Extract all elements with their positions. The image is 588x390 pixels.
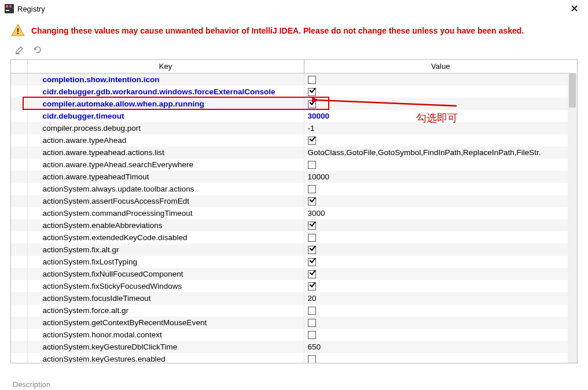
value-cell[interactable] xyxy=(304,317,577,329)
value-cell[interactable] xyxy=(304,219,577,231)
table-row[interactable]: actionSystem.always.update.toolbar.actio… xyxy=(11,183,577,195)
checkbox[interactable] xyxy=(308,355,316,363)
checkbox[interactable] xyxy=(308,234,316,242)
key-cell[interactable]: actionSystem.fixStickyFocusedWindows xyxy=(27,280,304,292)
value-cell[interactable]: 10000 xyxy=(304,171,577,183)
table-row[interactable]: cidr.debugger.timeout30000 xyxy=(11,110,577,122)
warning-banner: Changing these values may cause unwanted… xyxy=(0,17,588,43)
key-cell[interactable]: cidr.debugger.gdb.workaround.windows.for… xyxy=(27,86,304,98)
scrollbar-thumb[interactable] xyxy=(569,73,576,108)
checkbox[interactable] xyxy=(308,137,316,145)
key-cell[interactable]: cidr.debugger.timeout xyxy=(27,110,304,122)
value-cell[interactable]: 3000 xyxy=(304,207,577,219)
value-cell[interactable] xyxy=(304,86,577,98)
col-key[interactable]: Key xyxy=(27,60,304,73)
value-cell[interactable]: GotoClass,GotoFile,GotoSymbol,FindInPath… xyxy=(304,146,577,159)
table-row[interactable]: actionSystem.extendedKeyCode.disabled xyxy=(11,231,577,244)
edit-button[interactable] xyxy=(14,44,25,56)
row-gutter xyxy=(11,280,27,292)
key-cell[interactable]: action.aware.typeAhead.searchEverywhere xyxy=(27,159,304,171)
table-row[interactable]: compiler.process.debug.port-1 xyxy=(11,122,577,134)
checkbox[interactable] xyxy=(308,270,316,278)
key-cell[interactable]: actionSystem.keyGestures.enabled xyxy=(27,353,304,364)
key-cell[interactable]: completion.show.intention.icon xyxy=(27,73,304,86)
key-cell[interactable]: actionSystem.fixLostTyping xyxy=(27,256,304,268)
app-icon xyxy=(5,4,14,13)
table-row[interactable]: actionSystem.fix.alt.gr xyxy=(11,244,577,256)
value-cell[interactable] xyxy=(304,183,577,195)
checkbox[interactable] xyxy=(308,100,316,108)
close-button[interactable]: ✕ xyxy=(565,3,583,14)
value-cell[interactable] xyxy=(304,329,577,341)
scrollbar[interactable] xyxy=(568,73,577,363)
key-cell[interactable]: actionSystem.force.alt.gr xyxy=(27,304,304,317)
table-row[interactable]: actionSystem.fixLostTyping xyxy=(11,256,577,268)
table-row[interactable]: actionSystem.enableAbbreviations xyxy=(11,219,577,231)
checkbox[interactable] xyxy=(308,307,316,315)
table-row[interactable]: actionSystem.commandProcessingTimeout300… xyxy=(11,207,577,219)
checkbox[interactable] xyxy=(308,197,316,205)
table-row[interactable]: action.aware.typeAhead.searchEverywhere xyxy=(11,159,577,171)
checkbox[interactable] xyxy=(308,331,316,339)
table-row[interactable]: completion.show.intention.icon xyxy=(11,73,577,86)
checkbox[interactable] xyxy=(308,282,316,290)
col-value[interactable]: Value xyxy=(304,60,577,73)
table-row[interactable]: cidr.debugger.gdb.workaround.windows.for… xyxy=(11,86,577,98)
checkbox[interactable] xyxy=(308,161,316,169)
checkbox[interactable] xyxy=(308,319,316,327)
table-row[interactable]: actionSystem.getContextByRecentMouseEven… xyxy=(11,317,577,329)
key-cell[interactable]: action.aware.typeahead.actions.list xyxy=(27,146,304,159)
value-cell[interactable]: 650 xyxy=(304,341,577,353)
table-row[interactable]: actionSystem.focusIdleTimeout20 xyxy=(11,292,577,304)
table-row[interactable]: action.aware.typeaheadTimout10000 xyxy=(11,171,577,183)
key-cell[interactable]: compiler.process.debug.port xyxy=(27,122,304,134)
value-cell[interactable] xyxy=(304,73,577,86)
value-cell[interactable] xyxy=(304,159,577,171)
value-cell[interactable] xyxy=(304,256,577,268)
key-cell[interactable]: actionSystem.always.update.toolbar.actio… xyxy=(27,183,304,195)
value-cell[interactable]: 30000 xyxy=(304,110,577,122)
key-cell[interactable]: actionSystem.assertFocusAccessFromEdt xyxy=(27,195,304,207)
checkbox[interactable] xyxy=(308,246,316,254)
table-row[interactable]: actionSystem.honor.modal.context xyxy=(11,329,577,341)
key-cell[interactable]: actionSystem.fixNullFocusedComponent xyxy=(27,268,304,280)
key-cell[interactable]: actionSystem.enableAbbreviations xyxy=(27,219,304,231)
key-cell[interactable]: compiler.automake.allow.when.app.running xyxy=(27,98,304,110)
key-cell[interactable]: actionSystem.extendedKeyCode.disabled xyxy=(27,231,304,244)
value-cell[interactable]: -1 xyxy=(304,122,577,134)
value-cell[interactable] xyxy=(304,268,577,280)
checkbox[interactable] xyxy=(308,88,316,96)
key-cell[interactable]: action.aware.typeAhead xyxy=(27,134,304,146)
checkbox[interactable] xyxy=(308,185,316,193)
value-cell[interactable] xyxy=(304,353,577,364)
value-cell[interactable] xyxy=(304,304,577,317)
table-row[interactable]: actionSystem.keyGestures.enabled xyxy=(11,353,577,364)
registry-table-container: Key Value completion.show.intention.icon… xyxy=(10,59,578,363)
table-row[interactable]: compiler.automake.allow.when.app.running xyxy=(11,98,577,110)
value-cell[interactable] xyxy=(304,231,577,244)
key-cell[interactable]: actionSystem.commandProcessingTimeout xyxy=(27,207,304,219)
table-row[interactable]: action.aware.typeAhead xyxy=(11,134,577,146)
key-cell[interactable]: actionSystem.getContextByRecentMouseEven… xyxy=(27,317,304,329)
revert-button[interactable] xyxy=(31,44,43,56)
table-row[interactable]: actionSystem.assertFocusAccessFromEdt xyxy=(11,195,577,207)
checkbox[interactable] xyxy=(308,76,316,84)
value-cell[interactable] xyxy=(304,195,577,207)
table-row[interactable]: actionSystem.fixNullFocusedComponent xyxy=(11,268,577,280)
key-cell[interactable]: action.aware.typeaheadTimout xyxy=(27,171,304,183)
key-cell[interactable]: actionSystem.focusIdleTimeout xyxy=(27,292,304,304)
checkbox[interactable] xyxy=(308,222,316,230)
key-cell[interactable]: actionSystem.fix.alt.gr xyxy=(27,244,304,256)
table-row[interactable]: actionSystem.keyGestureDblClickTime650 xyxy=(11,341,577,353)
value-cell[interactable]: 20 xyxy=(304,292,577,304)
key-cell[interactable]: actionSystem.honor.modal.context xyxy=(27,329,304,341)
value-cell[interactable] xyxy=(304,134,577,146)
value-cell[interactable] xyxy=(304,98,577,110)
value-cell[interactable] xyxy=(304,244,577,256)
value-cell[interactable] xyxy=(304,280,577,292)
table-row[interactable]: actionSystem.fixStickyFocusedWindows xyxy=(11,280,577,292)
table-row[interactable]: action.aware.typeahead.actions.listGotoC… xyxy=(11,146,577,159)
table-row[interactable]: actionSystem.force.alt.gr xyxy=(11,304,577,317)
checkbox[interactable] xyxy=(308,258,316,266)
key-cell[interactable]: actionSystem.keyGestureDblClickTime xyxy=(27,341,304,353)
